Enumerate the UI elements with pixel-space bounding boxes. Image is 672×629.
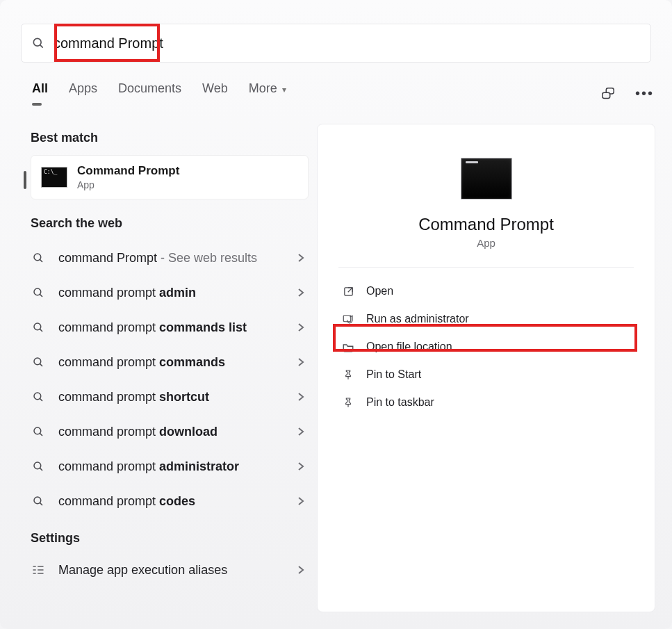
tab-more[interactable]: More ▾ — [249, 81, 286, 106]
settings-item-label: Manage app execution aliases — [58, 563, 285, 578]
web-results-list: command Prompt - See web results command… — [31, 240, 309, 518]
web-result[interactable]: command prompt download — [31, 414, 309, 449]
filter-tabs: All Apps Documents Web More ▾ ••• — [32, 81, 654, 106]
svg-point-16 — [34, 462, 41, 469]
svg-point-12 — [34, 393, 41, 400]
best-match-subtitle: App — [77, 179, 179, 190]
action-label: Open — [366, 285, 393, 297]
action-open[interactable]: Open — [338, 277, 634, 305]
svg-line-7 — [40, 294, 42, 297]
chevron-right-icon — [297, 496, 304, 506]
action-list: Open Run as administrator Open file loca… — [338, 277, 634, 416]
web-result-text: command prompt admin — [58, 286, 285, 300]
search-web-label: Search the web — [31, 216, 309, 231]
svg-line-5 — [40, 259, 42, 262]
svg-line-27 — [347, 287, 352, 291]
svg-line-13 — [40, 398, 42, 401]
svg-point-4 — [34, 254, 41, 261]
command-prompt-large-icon — [461, 158, 512, 199]
search-input[interactable] — [54, 35, 641, 51]
folder-icon — [341, 341, 355, 352]
svg-line-9 — [40, 329, 42, 332]
svg-point-8 — [34, 323, 41, 330]
preview-panel: Command Prompt App Open Run as administr… — [317, 124, 655, 612]
chat-icon[interactable] — [600, 86, 616, 101]
action-open-file-location[interactable]: Open file location — [338, 333, 634, 361]
svg-line-19 — [40, 503, 42, 505]
web-result-text: command prompt commands — [58, 355, 285, 370]
settings-item[interactable]: Manage app execution aliases — [31, 553, 309, 587]
search-icon — [31, 391, 46, 403]
chevron-right-icon — [297, 322, 304, 332]
best-match-label: Best match — [31, 131, 309, 145]
web-result-text: command prompt commands list — [58, 320, 285, 335]
chevron-right-icon — [297, 461, 304, 471]
search-icon — [31, 286, 46, 299]
action-pin-to-start[interactable]: Pin to Start — [338, 361, 634, 389]
action-label: Open file location — [366, 341, 452, 353]
preview-subtitle: App — [477, 237, 495, 249]
search-icon — [31, 425, 46, 438]
command-prompt-icon — [41, 167, 67, 188]
settings-alias-icon — [31, 564, 46, 576]
web-result[interactable]: command prompt codes — [31, 484, 309, 518]
chevron-right-icon — [297, 392, 304, 402]
action-label: Pin to taskbar — [366, 396, 434, 409]
shield-icon — [341, 313, 355, 325]
svg-line-1 — [40, 45, 43, 48]
search-icon — [31, 321, 46, 334]
search-bar[interactable] — [21, 24, 651, 63]
chevron-right-icon — [297, 253, 304, 263]
web-result[interactable]: command prompt commands list — [31, 310, 309, 345]
settings-list: Manage app execution aliases — [31, 553, 309, 587]
action-label: Run as administrator — [366, 313, 469, 325]
tab-all[interactable]: All — [32, 81, 48, 106]
tab-web[interactable]: Web — [202, 81, 228, 106]
search-icon — [31, 495, 46, 507]
svg-point-0 — [33, 38, 41, 46]
pin-icon — [341, 396, 355, 409]
search-icon — [31, 36, 45, 50]
svg-line-11 — [40, 363, 42, 366]
best-match-result[interactable]: Command Prompt App — [31, 155, 309, 199]
action-label: Pin to Start — [366, 368, 421, 381]
preview-title: Command Prompt — [418, 215, 554, 234]
search-icon — [31, 460, 46, 473]
pin-icon — [341, 368, 355, 381]
web-result[interactable]: command prompt shortcut — [31, 379, 309, 414]
svg-point-6 — [34, 288, 41, 295]
chevron-right-icon — [297, 565, 304, 575]
tab-more-label: More — [249, 81, 277, 95]
svg-rect-3 — [603, 92, 610, 98]
results-column: Best match Command Prompt App Search the… — [31, 131, 309, 587]
svg-point-14 — [34, 427, 41, 434]
svg-point-10 — [34, 358, 41, 365]
web-result-text: command prompt download — [58, 425, 285, 439]
divider — [338, 267, 634, 268]
web-result[interactable]: command prompt commands — [31, 345, 309, 379]
open-icon — [341, 286, 355, 297]
tab-apps[interactable]: Apps — [69, 81, 97, 106]
action-run-as-administrator[interactable]: Run as administrator — [338, 305, 634, 333]
search-icon — [31, 356, 46, 368]
settings-label: Settings — [31, 531, 309, 546]
web-result-text: command prompt shortcut — [58, 390, 285, 405]
web-result-text: command prompt administrator — [58, 459, 285, 474]
svg-point-18 — [34, 497, 41, 504]
web-result-text: command Prompt - See web results — [58, 251, 285, 266]
chevron-right-icon — [297, 357, 304, 367]
web-result[interactable]: command Prompt - See web results — [31, 240, 309, 275]
search-icon — [31, 252, 46, 264]
search-window: All Apps Documents Web More ▾ ••• Best m… — [0, 0, 672, 629]
web-result[interactable]: command prompt admin — [31, 275, 309, 310]
chevron-right-icon — [297, 288, 304, 297]
more-options-icon[interactable]: ••• — [635, 85, 654, 101]
chevron-down-icon: ▾ — [282, 85, 286, 95]
best-match-title: Command Prompt — [77, 164, 179, 178]
svg-line-17 — [40, 468, 42, 471]
svg-line-15 — [40, 433, 42, 436]
chevron-right-icon — [297, 427, 304, 436]
tab-documents[interactable]: Documents — [118, 81, 181, 106]
web-result[interactable]: command prompt administrator — [31, 449, 309, 484]
action-pin-to-taskbar[interactable]: Pin to taskbar — [338, 389, 634, 416]
